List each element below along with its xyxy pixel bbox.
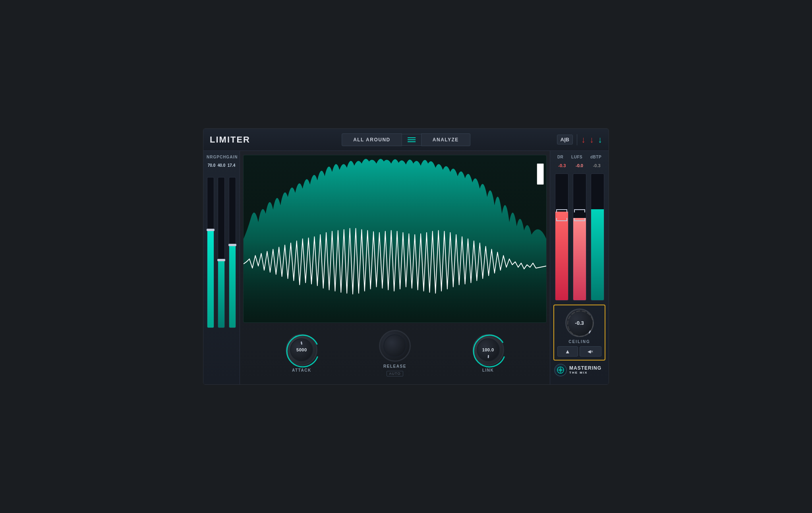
ceiling-arc-svg [565,309,595,339]
brand-logo-icon [557,366,565,374]
release-knob-group: RELEASE AUTO [379,330,411,376]
pch-slider-handle[interactable] [217,259,225,261]
gain-slider-fill [229,245,236,328]
arrow-down-red-icon: ↓ [581,135,586,144]
preset-button[interactable]: ALL AROUND [342,133,402,146]
nrg-slider-fill [207,230,214,328]
attack-value: 5000 [296,347,307,352]
pch-label: PCH [217,155,226,159]
dbtp-value: -0.3 [593,163,601,168]
sliders-row [207,173,236,332]
ceiling-mute-button[interactable]: ◀× [580,346,602,357]
lufs-bracket-bottom [574,218,585,221]
ceiling-knob[interactable]: -0.3 [565,309,594,337]
header: LIMITER ALL AROUND ANALYZE A|B ↓ ↓ ↓ [203,129,609,151]
release-sublabel: AUTO [387,371,404,376]
right-meter-values: -0.3 -0.0 -0.3 [553,163,605,168]
link-indicator [487,355,489,358]
brand-sub: THE MIX [569,371,601,375]
pch-slider-track[interactable] [218,177,225,328]
controls-row: 5000 ATTACK RELEASE AUTO [243,326,547,380]
right-meter-headers: DR LUFS dBTP [553,155,605,159]
arrow-down-red2-icon: ↓ [590,135,594,144]
link-knob-group: 100.0 LINK [472,334,504,372]
hamburger-line [408,139,416,140]
nrg-slider-handle[interactable] [207,229,215,231]
ab-button[interactable]: A|B [557,135,573,145]
ceiling-buttons: ▲ ◀× [557,346,601,357]
ceiling-triangle-button[interactable]: ▲ [557,346,578,357]
attack-knob-inner: 5000 [290,338,313,361]
gain-label: GAIN [226,155,238,159]
nrg-value: 70.0 [208,163,215,168]
main-area: NRG PCH GAIN 70.0 40.0 17.4 [203,151,609,384]
nrg-slider-track[interactable] [207,177,214,328]
attack-knob[interactable]: 5000 [286,334,317,366]
waveform-display [243,155,547,323]
dr-bracket-bottom [556,218,567,221]
dbtp-meter-fill [591,209,604,300]
hamburger-button[interactable] [402,134,421,146]
speaker-mute-icon: ◀× [588,349,593,354]
brand-logo [554,364,567,376]
brand-text: MASTERING THE MIX [569,365,601,375]
ceiling-section: -0.3 CEILING ▲ ◀× [553,305,605,361]
branding: MASTERING THE MIX [549,361,601,376]
meter-value-row: 70.0 40.0 17.4 [207,163,236,168]
gain-slider-track[interactable] [229,177,236,328]
dr-header: DR [557,155,563,159]
release-label: RELEASE [383,364,406,368]
pch-value: 40.0 [218,163,225,168]
arrow-down-teal-icon: ↓ [598,135,602,144]
lufs-value: -0.0 [576,163,583,168]
lufs-bracket-top [574,209,585,212]
nrg-label: NRG [207,155,217,159]
divider [577,134,577,145]
analyze-button[interactable]: ANALYZE [421,133,470,146]
gain-value: 17.4 [228,163,235,168]
gain-slider-handle[interactable] [228,244,236,246]
lufs-header: LUFS [571,155,582,159]
waveform-area: 5000 ATTACK RELEASE AUTO [240,151,550,384]
dr-meter-fill [555,212,568,300]
plugin-container: LIMITER ALL AROUND ANALYZE A|B ↓ ↓ ↓ NRG… [203,128,609,385]
release-knob-inner [383,334,406,357]
ceiling-label: CEILING [568,339,590,344]
meter-label-row: NRG PCH GAIN [207,155,236,159]
hamburger-line [408,141,416,142]
dr-value: -0.3 [558,163,566,168]
link-knob[interactable]: 100.0 [472,334,504,366]
lufs-meter-fill [573,218,586,300]
hamburger-line [408,137,416,138]
meters-bars [553,174,605,301]
left-panel: NRG PCH GAIN 70.0 40.0 17.4 [203,151,240,384]
release-knob[interactable] [379,330,411,362]
dr-meter-bar [555,174,568,301]
pch-slider-fill [218,260,224,328]
plugin-title: LIMITER [210,135,250,145]
svg-rect-1 [537,164,544,185]
dbtp-header: dBTP [590,155,601,159]
brand-main: MASTERING [569,365,601,371]
header-center: ALL AROUND ANALYZE [342,133,470,146]
attack-indicator [301,341,302,345]
link-value: 100.0 [482,347,494,352]
header-right: A|B ↓ ↓ ↓ [557,134,602,145]
dr-bracket-top [556,209,567,212]
waveform-svg [244,155,546,322]
dbtp-meter-bar [591,174,604,301]
attack-knob-group: 5000 ATTACK [286,334,317,372]
lufs-meter-bar [573,174,586,301]
link-knob-inner: 100.0 [477,338,500,361]
right-panel: DR LUFS dBTP -0.3 -0.0 -0.3 [550,151,609,384]
